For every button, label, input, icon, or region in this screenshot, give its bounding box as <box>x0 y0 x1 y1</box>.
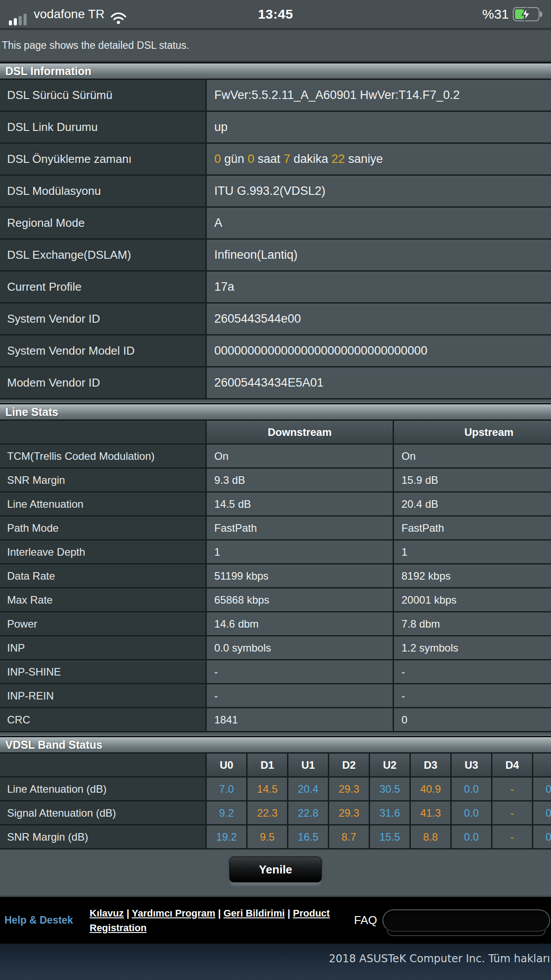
table-row: Line Attenuation (dB) 7.0 14.5 20.4 29.3… <box>0 778 551 802</box>
section-header-line-stats: Line Stats <box>0 403 551 421</box>
table-row: TCM(Trellis Coded Modulation)OnOn <box>0 445 551 469</box>
table-row: DSL Link Durumuup <box>0 112 551 144</box>
battery-percent-label: %31 <box>482 7 509 22</box>
link-utility[interactable]: Yardımcı Program <box>132 908 215 919</box>
separator: | <box>215 908 223 919</box>
link-feedback[interactable]: Geri Bildirimi <box>224 908 285 919</box>
table-row: DSL ModülasyonuITU G.993.2(VDSL2) <box>0 176 551 208</box>
footer-links: Kılavuz | Yardımcı Program | Geri Bildir… <box>90 906 350 935</box>
page-description: This page shows the detailed DSL status. <box>0 30 551 62</box>
table-row: INP-REIN-- <box>0 684 551 708</box>
col-header-upstream: Upstream <box>394 421 551 443</box>
table-row: Regional ModeA <box>0 208 551 240</box>
separator: | <box>124 908 132 919</box>
dsl-information-table: DSL Sürücü SürümüFwVer:5.5.2.11_A_A60901… <box>0 80 551 399</box>
table-row: SNR Margin (dB) 19.2 9.5 16.5 8.7 15.5 8… <box>0 826 551 850</box>
table-row: INP-SHINE-- <box>0 660 551 684</box>
faq-search-input[interactable] <box>382 909 550 932</box>
table-row: System Vendor ID2605443544e00 <box>0 304 551 336</box>
section-header-dsl-information: DSL Information <box>0 62 551 80</box>
table-row-uptime: DSL Önyükleme zamanı 0 gün 0 saat 7 daki… <box>0 144 551 176</box>
table-row: Data Rate51199 kbps8192 kbps <box>0 565 551 589</box>
refresh-button[interactable]: Yenile <box>229 857 322 882</box>
table-row: Modem Vendor ID26005443434E5A01 <box>0 368 551 399</box>
separator: | <box>285 908 293 919</box>
table-row: CRC18410 <box>0 708 551 732</box>
ios-status-bar: vodafone TR 13:45 %31 <box>0 0 551 28</box>
cellular-signal-icon <box>9 14 28 25</box>
column-header-row: U0 D1 U1 D2 U2 D3 U3 D4 <box>0 754 551 778</box>
copyright-strip: 2018 ASUSTeK Computer Inc. Tüm hakları <box>0 944 551 980</box>
faq-search-shadow <box>387 930 546 936</box>
table-row: INP0.0 symbols1.2 symbols <box>0 636 551 660</box>
table-row: DSL Sürücü SürümüFwVer:5.5.2.11_A_A60901… <box>0 80 551 112</box>
table-row: Max Rate65868 kbps20001 kbps <box>0 589 551 612</box>
line-stats-table: Downstream Upstream TCM(Trellis Coded Mo… <box>0 421 551 732</box>
wifi-icon <box>110 12 126 26</box>
faq-search <box>382 909 550 932</box>
help-support-label: Help & Destek <box>0 914 90 926</box>
table-row: System Vendor Model ID000000000000000000… <box>0 336 551 368</box>
table-row: DSL Exchange(DSLAM)Infineon(Lantiq) <box>0 240 551 272</box>
table-row: Current Profile17a <box>0 272 551 304</box>
clock: 13:45 <box>258 7 293 22</box>
column-header-row: Downstream Upstream <box>0 421 551 445</box>
battery-nub <box>540 12 542 17</box>
carrier-label: vodafone TR <box>34 0 105 28</box>
table-row: Line Attenuation14.5 dB20.4 dB <box>0 493 551 517</box>
table-row: Power14.6 dbm7.8 dbm <box>0 612 551 636</box>
copyright-text: 2018 ASUSTeK Computer Inc. Tüm hakları <box>329 952 551 965</box>
dsl-status-page: vodafone TR 13:45 %31 This page shows <box>0 0 551 980</box>
vdsl-band-table: U0 D1 U1 D2 U2 D3 U3 D4 Line Attenuation… <box>0 754 551 850</box>
table-row: Interleave Depth11 <box>0 541 551 565</box>
faq-label: FAQ <box>354 913 377 927</box>
link-manual[interactable]: Kılavuz <box>90 908 124 919</box>
table-row: SNR Margin9.3 dB15.9 dB <box>0 469 551 493</box>
col-header-downstream: Downstream <box>207 421 394 443</box>
button-area: Yenile <box>0 850 551 896</box>
charging-bolt-icon <box>521 7 531 21</box>
section-header-vdsl-band-status: VDSL Band Status <box>0 736 551 754</box>
table-row: Path ModeFastPathFastPath <box>0 517 551 541</box>
uptime-value: 0 gün 0 saat 7 dakika 22 saniye <box>207 144 551 174</box>
table-row: Signal Attenuation (dB) 9.2 22.3 22.8 29… <box>0 802 551 826</box>
help-footer: Help & Destek Kılavuz | Yardımcı Program… <box>0 896 551 944</box>
battery-charging-icon <box>513 7 539 21</box>
